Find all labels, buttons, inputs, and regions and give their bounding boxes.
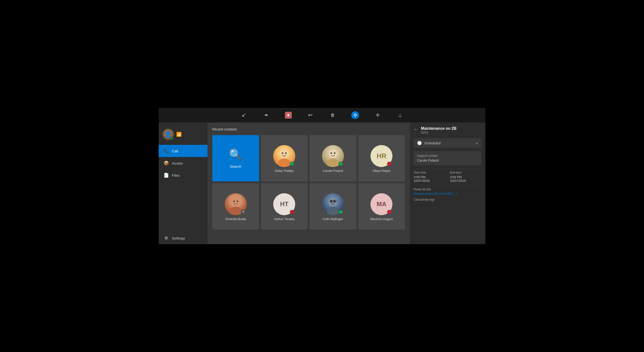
user-profile-area: 👤 📶 xyxy=(159,125,186,145)
sidebar-item-settings[interactable]: ⚙ Settings xyxy=(159,232,208,244)
delete-icon[interactable]: 🗑 xyxy=(329,111,337,119)
svg-point-8 xyxy=(231,197,240,206)
power-bi-label: Power BI link xyxy=(414,188,482,191)
status-dot-hartuo xyxy=(290,210,294,214)
status-dot-mauricio xyxy=(387,210,392,214)
svg-point-9 xyxy=(230,207,242,215)
svg-point-3 xyxy=(285,152,287,154)
user-status-badge xyxy=(171,137,174,140)
assets-icon: 📦 xyxy=(164,161,169,166)
sidebar-item-assets-label: Assets xyxy=(172,161,183,165)
end-time-col: End time 3:00 PM 10/07/2018 xyxy=(450,171,482,182)
start-time-col: Start time 3:00 PM 10/07/2018 xyxy=(414,171,445,182)
right-panel: ← Maintenance on 2B 0253 🕐 Scheduled ∨ S… xyxy=(410,122,485,244)
svg-point-14 xyxy=(330,200,332,202)
contacts-grid: 🔍 Search xyxy=(212,135,405,230)
sidebar: 👤 📶 📞 Call 📦 Assets 📄 Files ⚙ Settings xyxy=(159,122,208,244)
contact-card-search[interactable]: 🔍 Search xyxy=(212,135,259,181)
support-contact-label: Support contact xyxy=(417,154,478,158)
status-dot-colin xyxy=(338,210,343,214)
status-dropdown-label: Scheduled xyxy=(424,141,473,145)
status-dot-carole xyxy=(338,162,343,166)
cut-icon[interactable]: ↗ xyxy=(240,111,248,119)
settings-circle-icon[interactable]: ⚙ xyxy=(351,111,359,119)
power-bi-link[interactable]: powerbi.microsoft.com/114B3... ↗ xyxy=(414,192,482,195)
contact-card-hartuo-tanaka[interactable]: HT Hartuo Tanaka xyxy=(261,183,308,230)
stop-icon[interactable]: ■ xyxy=(285,112,292,119)
status-dropdown[interactable]: 🕐 Scheduled ∨ xyxy=(414,138,482,148)
start-time-value: 3:00 PM xyxy=(414,175,445,179)
contact-name-search: Search xyxy=(230,164,242,169)
contact-name-amanda: Amanda Brady xyxy=(225,217,246,221)
svg-point-15 xyxy=(334,200,336,202)
end-time-label: End time xyxy=(450,171,482,174)
content-area: Recent contacts 🔍 Search xyxy=(208,122,410,244)
panel-title: Maintenance on 2B xyxy=(421,126,456,131)
status-dot-hilary xyxy=(387,162,392,166)
back-button[interactable]: ← xyxy=(414,127,418,132)
svg-point-10 xyxy=(233,200,235,202)
svg-point-13 xyxy=(327,207,339,215)
main-area: 👤 📶 📞 Call 📦 Assets 📄 Files ⚙ Settings xyxy=(159,122,485,244)
sidebar-item-call-label: Call xyxy=(172,149,178,153)
hartuo-initials: HT xyxy=(280,200,288,208)
contact-name-daisy: Daisy Phillips xyxy=(275,169,294,173)
panel-header: ← Maintenance on 2B 0253 xyxy=(414,126,482,134)
panel-subtitle: 0253 xyxy=(421,131,456,134)
contact-card-hilary-reyes[interactable]: HR Hilary Reyes xyxy=(358,135,405,181)
end-time-value: 3:00 PM xyxy=(450,175,482,179)
search-icon: 🔍 xyxy=(229,149,242,160)
external-link-icon: ↗ xyxy=(456,192,458,195)
contact-name-colin: Colin Ballinger xyxy=(323,217,343,221)
call-icon: 📞 xyxy=(164,148,169,154)
settings-icon: ⚙ xyxy=(164,235,169,241)
sidebar-item-files[interactable]: 📄 Files xyxy=(159,169,208,181)
pen-icon[interactable]: ✒ xyxy=(262,111,270,119)
user-avatar-wrapper: 👤 xyxy=(162,129,174,140)
contact-card-amanda-brady[interactable]: ✕ Amanda Brady xyxy=(212,183,259,230)
svg-point-0 xyxy=(280,149,288,158)
start-time-label: Start time xyxy=(414,171,445,174)
power-bi-section: Power BI link powerbi.microsoft.com/114B… xyxy=(414,188,482,195)
sidebar-item-files-label: Files xyxy=(172,173,180,177)
files-icon: 📄 xyxy=(164,173,169,178)
sidebar-item-assets[interactable]: 📦 Assets xyxy=(159,157,208,169)
contact-name-mauricio: Mauricio August xyxy=(370,217,393,221)
wifi-icon: 📶 xyxy=(176,132,182,137)
sidebar-item-settings-label: Settings xyxy=(172,236,185,240)
undo-icon[interactable]: ↩ xyxy=(306,111,314,119)
contact-name-hartuo: Hartuo Tanaka xyxy=(274,217,294,221)
sidebar-item-call[interactable]: 📞 Call xyxy=(159,145,208,157)
chevron-down-icon: ∨ xyxy=(476,141,478,145)
status-dot-daisy xyxy=(290,162,294,166)
call-activity-label: Call activity logs xyxy=(414,198,482,201)
contact-card-colin-ballinger[interactable]: Colin Ballinger xyxy=(310,183,356,230)
hilary-initials: HR xyxy=(376,152,386,160)
pin-icon[interactable]: ⊣ xyxy=(396,111,404,119)
power-bi-link-text: powerbi.microsoft.com/114B3... xyxy=(414,192,454,195)
svg-point-6 xyxy=(330,152,332,154)
svg-point-7 xyxy=(334,152,336,154)
toolbar: ↗ ✒ ■ ↩ 🗑 ⚙ ✛ ⊣ xyxy=(159,108,485,122)
contact-card-mauricio-august[interactable]: MA Mauricio August xyxy=(358,183,405,230)
svg-point-5 xyxy=(327,159,339,167)
support-contact-name: Carole Poland xyxy=(417,159,478,162)
time-section: Start time 3:00 PM 10/07/2018 End time 3… xyxy=(414,171,482,185)
move-icon[interactable]: ✛ xyxy=(374,111,382,119)
contact-card-daisy-phillips[interactable]: Daisy Phillips xyxy=(261,135,308,181)
contact-name-hilary: Hilary Reyes xyxy=(372,169,390,173)
svg-point-4 xyxy=(328,149,337,158)
section-title: Recent contacts xyxy=(212,127,405,131)
end-date-value: 10/07/2018 xyxy=(450,179,482,182)
mauricio-initials: MA xyxy=(376,200,386,208)
support-contact-box: Support contact Carole Poland xyxy=(414,151,482,165)
status-x-amanda: ✕ xyxy=(241,209,246,214)
svg-point-1 xyxy=(278,159,290,167)
svg-point-11 xyxy=(237,200,238,202)
contact-name-carole: Carole Poland xyxy=(323,169,343,173)
contact-card-carole-poland[interactable]: Carole Poland xyxy=(310,135,356,181)
divider-1 xyxy=(414,169,482,169)
clock-icon: 🕐 xyxy=(417,141,422,145)
start-date-value: 10/07/2018 xyxy=(414,179,445,182)
svg-point-2 xyxy=(282,152,283,154)
